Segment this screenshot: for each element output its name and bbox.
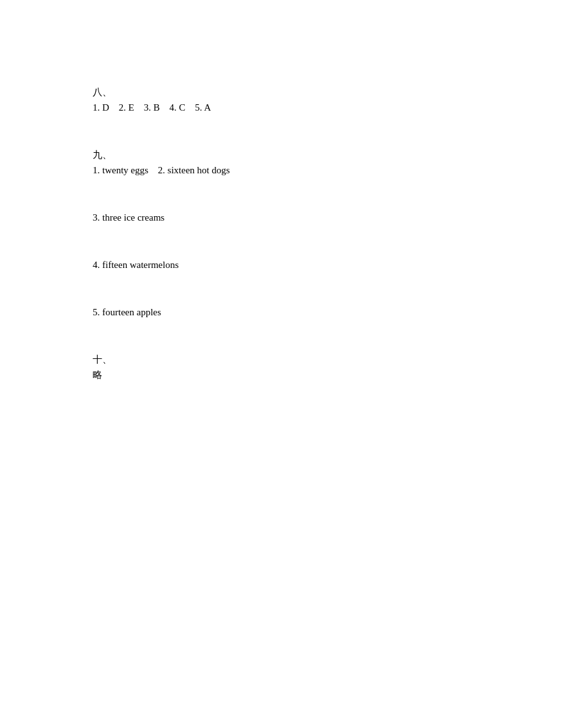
section9-line2: 3. three ice creams bbox=[83, 194, 588, 240]
section10-answer: 略 bbox=[93, 370, 102, 380]
section8-label: 八、 bbox=[93, 87, 112, 97]
section9-label: 九、 bbox=[93, 150, 112, 160]
section10-label: 十、 bbox=[93, 354, 112, 365]
section8-answers: 1. D 2. E 3. B 4. C 5. A bbox=[93, 102, 211, 113]
section9-line3: 4. fifteen watermelons bbox=[83, 242, 588, 288]
section9-answer2: 3. three ice creams bbox=[93, 212, 164, 223]
section9-answer1: 1. twenty eggs 2. sixteen hot dogs bbox=[93, 165, 230, 175]
section9-line4: 5. fourteen apples bbox=[83, 289, 588, 335]
main-content: 八、 1. D 2. E 3. B 4. C 5. A 九、 1. twenty… bbox=[0, 0, 588, 398]
section10-line: 十、 略 bbox=[83, 336, 588, 398]
section9-line1: 九、 1. twenty eggs 2. sixteen hot dogs bbox=[83, 132, 588, 193]
section9-answer4: 5. fourteen apples bbox=[93, 307, 161, 317]
section9-answer3: 4. fifteen watermelons bbox=[93, 260, 179, 270]
section8-line: 八、 1. D 2. E 3. B 4. C 5. A bbox=[83, 69, 588, 130]
